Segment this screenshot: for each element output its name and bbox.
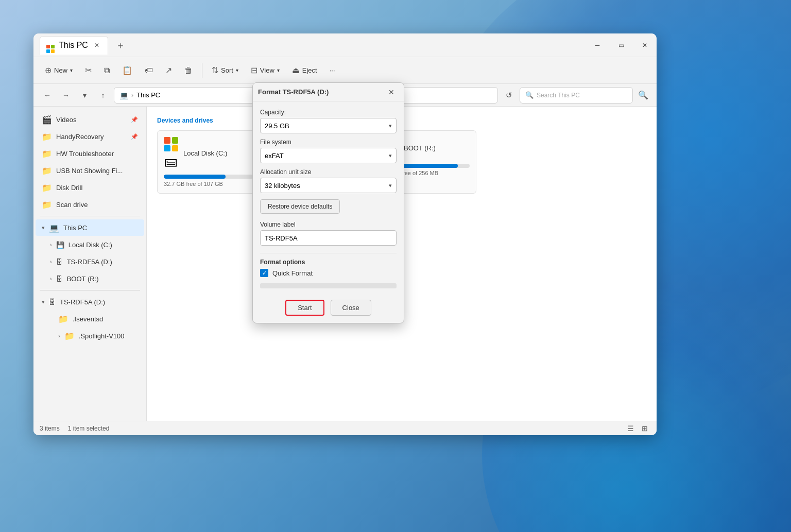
window-tab[interactable]: This PC ✕	[40, 36, 108, 55]
search-box[interactable]: 🔍 Search This PC	[520, 87, 633, 104]
ts-rdf5a-exp-chevron-icon: ▾	[42, 299, 45, 305]
sidebar-item-local-disk-c[interactable]: › 💾 Local Disk (C:)	[36, 236, 144, 253]
view-button[interactable]: ⊟ View ▾	[246, 62, 285, 78]
local-disk-c-progress-bar-container	[164, 175, 253, 179]
format-progress-bar	[260, 283, 397, 288]
local-disk-c-progress-bar	[164, 175, 226, 179]
window-controls: ─ ▭ ✕	[586, 33, 657, 57]
close-button[interactable]: ✕	[633, 33, 657, 57]
sidebar-separator-1	[40, 216, 140, 216]
drive-card-local-c[interactable]: 🖴 Local Disk (C:) 32.7 GB free of 107 GB	[157, 130, 260, 194]
local-disk-c-name: Local Disk (C:)	[183, 149, 253, 157]
new-button[interactable]: ⊕ New ▾	[40, 62, 78, 78]
sidebar-item-spotlight[interactable]: › 📁 .Spotlight-V100	[36, 328, 144, 344]
sidebar-item-hw-troubleshooter[interactable]: 📁 HW Troubleshooter	[36, 145, 144, 162]
maximize-button[interactable]: ▭	[609, 33, 633, 57]
sidebar-item-videos-label: Videos	[56, 116, 77, 124]
sidebar: 🎬 Videos 📌 📁 HandyRecovery 📌 📁 HW Troubl…	[33, 107, 147, 421]
handyrecovery-folder-icon: 📁	[42, 132, 52, 142]
format-options-label: Format options	[260, 253, 397, 266]
allocation-label: Allocation unit size	[260, 168, 397, 176]
capacity-value: 29.5 GB	[265, 122, 289, 130]
hw-folder-icon: 📁	[42, 149, 52, 159]
sidebar-item-scan-drive-label: Scan drive	[56, 201, 88, 209]
ts-rdf5a-chevron-icon: ›	[50, 259, 52, 265]
up-button[interactable]: ↑	[95, 88, 111, 103]
sidebar-item-ts-rdf5a-expanded[interactable]: ▾ 🗄 TS-RDF5A (D:)	[36, 294, 144, 310]
rename-button[interactable]: 🏷	[140, 63, 158, 78]
refresh-button[interactable]: ↺	[501, 88, 517, 103]
selected-count: 1 item selected	[68, 425, 110, 432]
minimize-button[interactable]: ─	[586, 33, 609, 57]
sort-button[interactable]: ⇅ Sort ▾	[207, 62, 244, 78]
sidebar-item-usb-not-showing[interactable]: 📁 USB Not Showing Fi...	[36, 162, 144, 179]
tab-close-btn[interactable]: ✕	[92, 41, 101, 50]
share-icon: ↗	[165, 65, 172, 75]
delete-button[interactable]: 🗑	[179, 63, 198, 78]
toolbar: ⊕ New ▾ ✂ ⧉ 📋 🏷 ↗ 🗑 ⇅ Sort ▾ ⊟ Vie	[33, 57, 657, 84]
copy-icon: ⧉	[104, 66, 110, 75]
close-dialog-button[interactable]: Close	[331, 300, 371, 316]
sidebar-fseventsd-label: .fseventsd	[73, 315, 103, 323]
scandrive-folder-icon: 📁	[42, 200, 52, 210]
diskdrill-folder-icon: 📁	[42, 183, 52, 193]
list-view-button[interactable]: ☰	[625, 423, 636, 434]
format-dialog: Format TS-RDF5A (D:) ✕ Capacity: 29.5 GB…	[252, 82, 404, 323]
copy-button[interactable]: ⧉	[99, 63, 115, 78]
allocation-select[interactable]: 32 kilobytes ▾	[260, 178, 397, 193]
more-button[interactable]: ···	[324, 63, 340, 77]
new-icon: ⊕	[45, 65, 51, 75]
restore-defaults-button[interactable]: Restore device defaults	[260, 199, 340, 214]
volume-label-label: Volume label	[260, 221, 397, 228]
spotlight-chevron-icon: ›	[58, 333, 60, 339]
sidebar-item-disk-drill-label: Disk Drill	[56, 184, 82, 192]
tab-title: This PC	[59, 41, 88, 50]
paste-button[interactable]: 📋	[117, 62, 137, 78]
local-disk-chevron-icon: ›	[50, 242, 52, 248]
sidebar-item-hw-label: HW Troubleshooter	[56, 150, 114, 158]
start-button[interactable]: Start	[285, 300, 324, 316]
dropdown-button[interactable]: ▾	[77, 88, 92, 103]
forward-button[interactable]: →	[58, 88, 74, 103]
this-pc-tab-icon	[46, 41, 55, 49]
paste-icon: 📋	[122, 65, 132, 75]
search-placeholder: Search This PC	[537, 92, 580, 99]
sidebar-item-ts-rdf5a-d[interactable]: › 🗄 TS-RDF5A (D:)	[36, 253, 144, 270]
sidebar-item-disk-drill[interactable]: 📁 Disk Drill	[36, 179, 144, 196]
sidebar-item-this-pc[interactable]: ▾ 💻 This PC	[36, 219, 144, 236]
sidebar-item-fseventsd[interactable]: 📁 .fseventsd	[36, 311, 144, 327]
items-count: 3 items	[40, 425, 60, 432]
grid-view-button[interactable]: ⊞	[639, 423, 650, 434]
status-bar: 3 items 1 item selected ☰ ⊞	[33, 421, 657, 435]
delete-icon: 🗑	[184, 66, 193, 75]
sidebar-separator-2	[40, 290, 140, 290]
eject-button[interactable]: ⏏ Eject	[287, 62, 322, 78]
cut-button[interactable]: ✂	[80, 62, 97, 78]
allocation-value: 32 kilobytes	[265, 182, 300, 190]
drive-card-c-header: 🖴 Local Disk (C:)	[164, 137, 253, 169]
view-chevron-icon: ▾	[277, 67, 280, 73]
pin-icon: 📌	[131, 116, 138, 123]
new-tab-button[interactable]: ＋	[112, 37, 129, 54]
quick-format-checkbox[interactable]: ✓	[260, 269, 268, 277]
sidebar-item-boot-r[interactable]: › 🗄 BOOT (R:)	[36, 270, 144, 287]
spotlight-folder-icon: 📁	[64, 331, 75, 341]
sidebar-item-videos[interactable]: 🎬 Videos 📌	[36, 111, 144, 128]
fseventsd-folder-icon: 📁	[58, 314, 68, 324]
sidebar-ts-rdf5a-exp-label: TS-RDF5A (D:)	[60, 298, 105, 306]
sort-chevron-icon: ▾	[236, 67, 238, 73]
share-button[interactable]: ↗	[160, 62, 177, 78]
dialog-close-button[interactable]: ✕	[384, 85, 399, 99]
volume-label-input[interactable]	[260, 230, 397, 246]
back-button[interactable]: ←	[40, 88, 55, 103]
sidebar-item-handyrecovery[interactable]: 📁 HandyRecovery 📌	[36, 128, 144, 145]
file-system-value: exFAT	[265, 152, 284, 160]
search-btn[interactable]: 🔍	[636, 88, 650, 102]
dialog-title-bar: Format TS-RDF5A (D:) ✕	[253, 83, 404, 101]
sidebar-item-scan-drive[interactable]: 📁 Scan drive	[36, 196, 144, 213]
capacity-select[interactable]: 29.5 GB ▾	[260, 118, 397, 133]
ts-rdf5a-drive-icon: 🗄	[56, 258, 63, 266]
file-system-select[interactable]: exFAT ▾	[260, 148, 397, 163]
sidebar-this-pc-label: This PC	[63, 224, 87, 232]
title-bar: This PC ✕ ＋ ─ ▭ ✕	[33, 33, 657, 57]
